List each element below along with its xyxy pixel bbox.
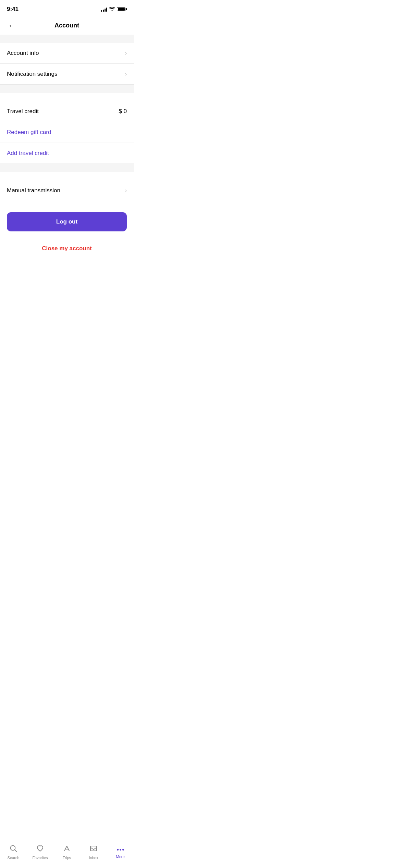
travel-credit-section: Travel credit $ 0 Redeem gift card Add t… — [0, 101, 134, 164]
close-account-link[interactable]: Close my account — [0, 238, 134, 259]
notification-settings-label: Notification settings — [7, 71, 57, 77]
chevron-icon: › — [125, 188, 127, 194]
redeem-gift-card-link[interactable]: Redeem gift card — [0, 122, 134, 143]
section-divider-top — [0, 35, 134, 43]
content-spacer — [0, 259, 134, 314]
section-divider-manual — [0, 164, 134, 172]
chevron-icon: › — [125, 71, 127, 77]
travel-credit-label: Travel credit — [7, 108, 39, 115]
travel-credit-value: $ 0 — [119, 108, 127, 115]
section-divider-credit — [0, 85, 134, 93]
page-title: Account — [54, 22, 79, 29]
menu-section: Account info › Notification settings › — [0, 43, 134, 85]
status-time: 9:41 — [7, 6, 19, 13]
account-info-label: Account info — [7, 50, 39, 57]
manual-transmission-label: Manual transmission — [7, 187, 60, 194]
status-icons — [101, 7, 127, 12]
account-info-item[interactable]: Account info › — [0, 43, 134, 64]
logout-button[interactable]: Log out — [7, 212, 127, 231]
wifi-icon — [109, 7, 115, 12]
page-header: ← Account — [0, 16, 134, 35]
travel-credit-row: Travel credit $ 0 — [0, 101, 134, 122]
status-bar: 9:41 — [0, 0, 134, 16]
battery-icon — [117, 7, 127, 11]
notification-settings-item[interactable]: Notification settings › — [0, 64, 134, 85]
logout-section: Log out — [0, 201, 134, 238]
back-button[interactable]: ← — [7, 20, 16, 31]
manual-transmission-section: Manual transmission › — [0, 180, 134, 201]
add-travel-credit-link[interactable]: Add travel credit — [0, 143, 134, 164]
chevron-icon: › — [125, 50, 127, 56]
signal-icon — [101, 7, 107, 12]
manual-transmission-item[interactable]: Manual transmission › — [0, 180, 134, 201]
